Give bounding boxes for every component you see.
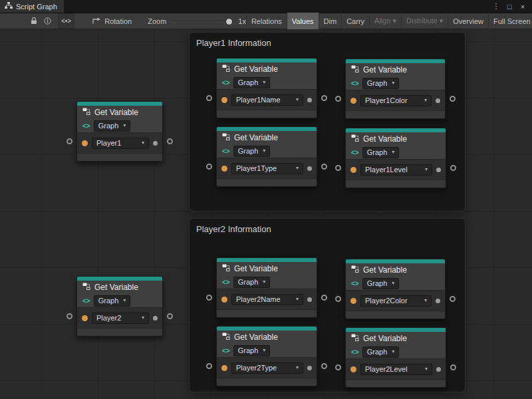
- relations-button[interactable]: Relations: [246, 13, 287, 29]
- node-get-variable-player1name[interactable]: Get Variable <> Graph ▾ Player1Name ▾: [216, 58, 317, 118]
- variable-dropdown[interactable]: Player1 ▾: [92, 138, 149, 149]
- value-output-dot[interactable]: [307, 366, 312, 370]
- output-port[interactable]: [167, 138, 173, 144]
- value-input-dot[interactable]: [82, 315, 88, 321]
- variable-dropdown[interactable]: Player2 ▾: [92, 313, 149, 324]
- overview-button[interactable]: Overview: [448, 13, 488, 29]
- node-header: Get Variable: [346, 132, 446, 146]
- node-footer: [217, 179, 317, 186]
- value-output-dot[interactable]: [307, 297, 312, 302]
- input-port[interactable]: [206, 295, 212, 301]
- kind-dropdown[interactable]: Graph ▾: [233, 277, 271, 288]
- value-output-dot[interactable]: [307, 166, 312, 171]
- input-port[interactable]: [335, 296, 341, 302]
- align-dropdown[interactable]: Align ▾: [369, 13, 401, 29]
- value-input-dot[interactable]: [221, 97, 227, 103]
- value-output-dot[interactable]: [307, 98, 312, 102]
- kind-dropdown[interactable]: Graph ▾: [362, 147, 400, 158]
- node-header: Get Variable: [77, 281, 162, 294]
- node-get-variable-player2color[interactable]: Get Variable <> Graph ▾ Player2Color ▾: [345, 259, 446, 319]
- value-input-dot[interactable]: [82, 140, 88, 146]
- output-port[interactable]: [167, 313, 173, 319]
- close-icon[interactable]: ×: [517, 1, 528, 12]
- input-port[interactable]: [66, 313, 72, 319]
- value-output-dot[interactable]: [436, 367, 441, 372]
- graph-toolbar: <•> Rotation Zoom 1x Relations Values Di…: [0, 13, 532, 29]
- node-get-variable-player1[interactable]: Get Variable <> Graph ▾ Player1 ▾: [76, 101, 163, 162]
- fullscreen-button[interactable]: Full Screen: [488, 13, 532, 29]
- node-port-row: Player2Color ▾: [346, 290, 445, 311]
- lock-icon[interactable]: [28, 13, 40, 29]
- value-output-dot[interactable]: [436, 168, 441, 172]
- graph-canvas[interactable]: Player1 Information Player2 Information …: [0, 29, 532, 399]
- output-port[interactable]: [321, 363, 327, 369]
- kind-dropdown[interactable]: Graph ▾: [362, 278, 400, 289]
- value-output-dot[interactable]: [436, 299, 440, 303]
- value-input-dot[interactable]: [350, 298, 356, 304]
- input-port[interactable]: [335, 364, 341, 370]
- variable-dropdown[interactable]: Player1Name ▾: [231, 94, 303, 106]
- distribute-dropdown[interactable]: Distribute ▾: [401, 13, 448, 29]
- kind-dropdown[interactable]: Graph ▾: [94, 295, 131, 307]
- kind-dropdown[interactable]: Graph ▾: [94, 120, 131, 132]
- value-output-dot[interactable]: [153, 316, 158, 321]
- input-port[interactable]: [66, 138, 72, 144]
- input-port[interactable]: [206, 164, 212, 170]
- maximize-icon[interactable]: □: [504, 1, 515, 12]
- values-button[interactable]: Values: [287, 13, 319, 29]
- node-get-variable-player2[interactable]: Get Variable <> Graph ▾ Player2 ▾: [76, 276, 163, 336]
- tab-script-graph[interactable]: Script Graph: [0, 0, 64, 13]
- value-input-dot[interactable]: [221, 166, 227, 172]
- node-get-variable-player1type[interactable]: Get Variable <> Graph ▾ Player1Type ▾: [216, 126, 317, 187]
- node-get-variable-player2level[interactable]: Get Variable <> Graph ▾ Player2Level ▾: [345, 327, 446, 388]
- kind-dropdown[interactable]: Graph ▾: [233, 345, 271, 356]
- value-input-dot[interactable]: [221, 297, 227, 303]
- zoom-slider-handle[interactable]: [225, 18, 233, 25]
- rotation-control[interactable]: Rotation: [92, 17, 132, 26]
- kind-dropdown[interactable]: Graph ▾: [233, 146, 271, 157]
- node-header: Get Variable: [77, 106, 162, 119]
- dim-button[interactable]: Dim: [319, 13, 342, 29]
- menu-icon[interactable]: ⋮: [491, 1, 501, 12]
- variable-dropdown[interactable]: Player2Color ▾: [360, 295, 432, 307]
- variable-dropdown[interactable]: Player2Type ▾: [231, 362, 303, 374]
- output-port[interactable]: [450, 165, 456, 171]
- output-port[interactable]: [450, 364, 456, 370]
- variable-label: Player1Color: [365, 96, 408, 104]
- variable-dropdown[interactable]: Player2Name ▾: [231, 294, 303, 305]
- info-icon[interactable]: [41, 13, 54, 29]
- node-get-variable-player2name[interactable]: Get Variable <> Graph ▾ Player2Name ▾: [216, 257, 317, 318]
- kind-dropdown[interactable]: Graph ▾: [362, 346, 400, 358]
- node-get-variable-player2type[interactable]: Get Variable <> Graph ▾ Player2Type ▾: [216, 326, 317, 386]
- value-input-dot[interactable]: [350, 167, 356, 173]
- node-get-variable-player1level[interactable]: Get Variable <> Graph ▾ Player1Level ▾: [345, 128, 446, 188]
- value-input-dot[interactable]: [350, 366, 356, 372]
- variable-dropdown[interactable]: Player1Color ▾: [360, 95, 432, 106]
- value-output-dot[interactable]: [436, 98, 440, 103]
- output-port[interactable]: [321, 295, 327, 301]
- input-port[interactable]: [335, 165, 341, 171]
- kind-dropdown[interactable]: Graph ▾: [233, 77, 271, 88]
- output-port[interactable]: [450, 296, 456, 302]
- script-graph-icon: [5, 2, 13, 11]
- variable-dropdown[interactable]: Player1Type ▾: [231, 163, 303, 174]
- variable-dropdown[interactable]: Player2Level ▾: [360, 364, 432, 375]
- value-output-dot[interactable]: [153, 141, 158, 146]
- node-title: Get Variable: [234, 65, 278, 74]
- variable-label: Player2: [96, 314, 121, 322]
- value-input-dot[interactable]: [350, 98, 356, 104]
- output-port[interactable]: [450, 96, 456, 102]
- output-port[interactable]: [321, 95, 327, 101]
- variable-dropdown[interactable]: Player1Level ▾: [360, 164, 432, 176]
- carry-button[interactable]: Carry: [341, 13, 369, 29]
- code-view-icon[interactable]: <•>: [58, 13, 74, 29]
- node-get-variable-player1color[interactable]: Get Variable <> Graph ▾ Player1Color ▾: [345, 59, 446, 119]
- input-port[interactable]: [335, 96, 341, 102]
- output-port[interactable]: [321, 164, 327, 170]
- value-input-dot[interactable]: [221, 365, 227, 371]
- input-port[interactable]: [206, 363, 212, 369]
- tab-title: Script Graph: [16, 3, 57, 11]
- kind-dropdown[interactable]: Graph ▾: [362, 78, 400, 89]
- zoom-slider[interactable]: [172, 17, 233, 26]
- input-port[interactable]: [206, 95, 212, 101]
